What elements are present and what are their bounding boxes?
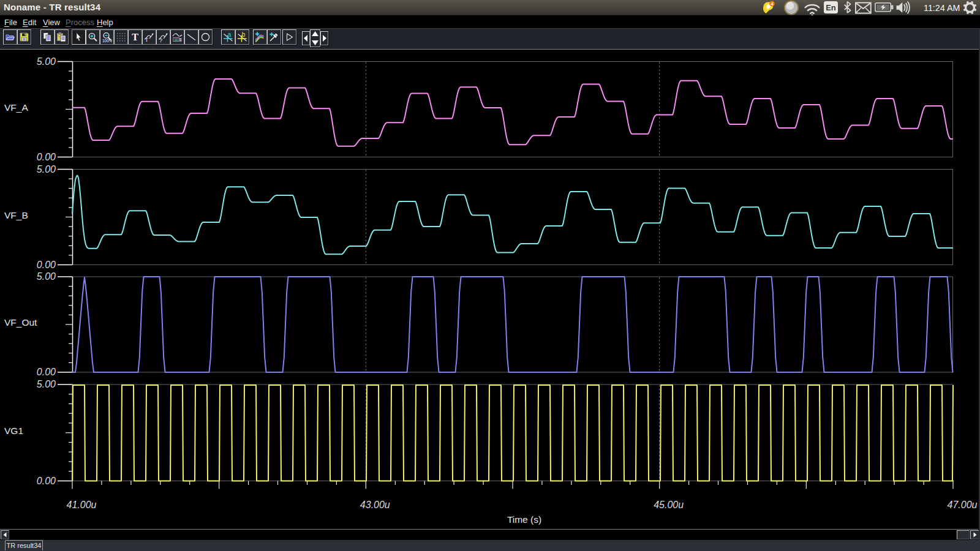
svg-text:41.00u: 41.00u <box>67 500 97 510</box>
svg-text:0.00: 0.00 <box>37 152 56 162</box>
svg-text:VF_Out: VF_Out <box>4 317 37 328</box>
svg-text:b: b <box>242 32 246 38</box>
svg-text:T: T <box>145 37 148 42</box>
svg-text:T: T <box>132 32 138 42</box>
svg-text:?: ? <box>159 37 162 43</box>
svg-text:5.00: 5.00 <box>37 56 56 67</box>
svg-text:0.00: 0.00 <box>37 476 56 486</box>
svg-text:45.00u: 45.00u <box>654 500 684 510</box>
svg-text:Time (s): Time (s) <box>507 514 541 525</box>
svg-text:4: 4 <box>771 2 773 7</box>
svg-text:43.00u: 43.00u <box>360 500 390 510</box>
svg-text:5.00: 5.00 <box>37 271 56 282</box>
svg-text:VF_A: VF_A <box>4 102 28 113</box>
svg-text:VF_B: VF_B <box>4 210 28 220</box>
svg-text:5.00: 5.00 <box>37 164 56 174</box>
svg-text:5.00: 5.00 <box>37 379 56 389</box>
svg-text:47.00u: 47.00u <box>948 500 978 510</box>
svg-text:11:24 AM: 11:24 AM <box>924 3 960 13</box>
svg-text:En: En <box>826 3 836 12</box>
svg-text:0.00: 0.00 <box>37 367 56 377</box>
svg-text:100%: 100% <box>102 39 112 43</box>
svg-text:0.00: 0.00 <box>37 260 56 270</box>
svg-text:VG1: VG1 <box>4 425 23 436</box>
svg-text:a: a <box>228 32 232 38</box>
